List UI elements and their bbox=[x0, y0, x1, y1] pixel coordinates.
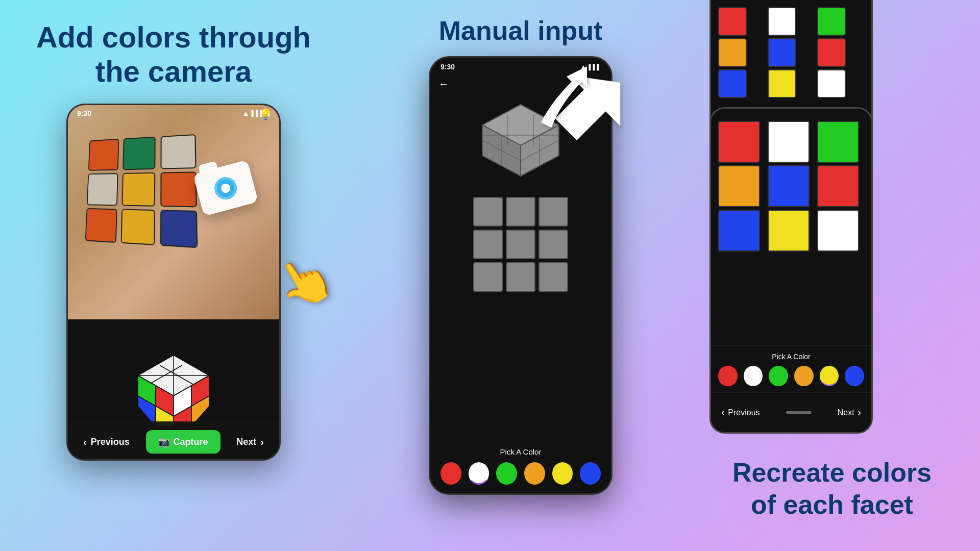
main-cell-3[interactable] bbox=[718, 165, 760, 207]
color-picker-right: Pick A Color bbox=[711, 345, 871, 391]
big-arrow bbox=[521, 51, 633, 143]
main-cell-7[interactable] bbox=[768, 210, 810, 252]
chevron-left-icon-left: ‹ bbox=[83, 436, 87, 448]
face-cell-t6[interactable] bbox=[718, 69, 747, 98]
phone-middle-content bbox=[430, 92, 611, 439]
main-cell-5[interactable] bbox=[817, 165, 859, 207]
next-label-left: Next bbox=[236, 437, 256, 447]
cube-cell-2 bbox=[160, 134, 196, 169]
main-cell-4[interactable] bbox=[768, 165, 810, 207]
prev-label-left: Previous bbox=[91, 437, 130, 447]
color-dot-white-right[interactable] bbox=[744, 366, 763, 386]
phone-bottom-dark: ‹ Previous 📷 Capture Next › bbox=[68, 319, 279, 461]
cube-photo-grid bbox=[85, 134, 200, 248]
face-cell-t5[interactable] bbox=[817, 38, 846, 67]
face-cell-t4[interactable] bbox=[768, 38, 796, 67]
pick-a-color-label-right: Pick A Color bbox=[718, 353, 864, 361]
phone-right-main: Pick A Color ‹ Previous Next › bbox=[709, 107, 873, 434]
back-arrow-left[interactable]: ← bbox=[75, 108, 86, 121]
main-cell-1[interactable] bbox=[768, 121, 810, 163]
color-dot-blue-right[interactable] bbox=[845, 366, 864, 386]
cube-cell-0 bbox=[88, 139, 119, 171]
face-cell[interactable] bbox=[538, 262, 568, 292]
cube-cell-1 bbox=[122, 137, 156, 170]
color-dot-orange-middle[interactable] bbox=[524, 462, 545, 485]
face-cell[interactable] bbox=[473, 197, 503, 227]
color-dot-yellow-right[interactable] bbox=[820, 366, 839, 386]
prev-btn-left[interactable]: ‹ Previous bbox=[73, 431, 140, 453]
pick-a-color-label-middle: Pick A Color bbox=[440, 447, 601, 456]
face-grid-main bbox=[718, 121, 864, 252]
cube-cell-6 bbox=[85, 208, 117, 243]
color-dot-red-right[interactable] bbox=[718, 366, 738, 386]
camera-shape bbox=[193, 160, 258, 217]
color-dot-orange-right[interactable] bbox=[794, 366, 814, 386]
face-cell[interactable] bbox=[473, 262, 503, 292]
capture-label: Capture bbox=[174, 437, 208, 447]
next-btn-right[interactable]: Next › bbox=[838, 406, 861, 419]
main-cell-2[interactable] bbox=[817, 121, 859, 163]
time-middle: 9:30 bbox=[440, 63, 455, 71]
face-cell[interactable] bbox=[538, 197, 568, 227]
color-dot-yellow-middle[interactable] bbox=[552, 462, 573, 485]
left-title: Add colors through the camera bbox=[6, 20, 341, 88]
colored-cube-3d-left bbox=[128, 350, 219, 432]
main-cell-6[interactable] bbox=[718, 210, 760, 252]
color-dot-blue-middle[interactable] bbox=[580, 462, 601, 485]
camera-lens-inner bbox=[220, 183, 231, 194]
face-cell[interactable] bbox=[538, 230, 568, 259]
face-cell-t1[interactable] bbox=[768, 7, 796, 36]
chevron-left-icon-right: ‹ bbox=[721, 406, 725, 419]
bottom-text-line1: Recreate colors bbox=[732, 458, 932, 487]
main-cell-8[interactable] bbox=[817, 210, 859, 252]
face-cell-t2[interactable] bbox=[817, 7, 846, 36]
camera-lens bbox=[212, 174, 239, 202]
cube-cell-5 bbox=[160, 172, 197, 208]
left-title-line1: Add colors through bbox=[36, 20, 311, 54]
cube-cell-4 bbox=[122, 172, 156, 207]
arrow-svg bbox=[521, 51, 633, 143]
home-indicator bbox=[786, 411, 812, 414]
prev-btn-right[interactable]: ‹ Previous bbox=[721, 406, 760, 419]
status-bar-left: 9:30 ▲ ▌▌▌ ▮ bbox=[68, 105, 279, 121]
face-grid-top bbox=[718, 7, 864, 98]
next-btn-left[interactable]: Next › bbox=[226, 431, 274, 453]
face-cell[interactable] bbox=[473, 230, 503, 259]
cube-cell-8 bbox=[160, 210, 198, 248]
prev-label-right: Previous bbox=[728, 408, 760, 417]
top-face-area bbox=[711, 0, 871, 98]
bottom-right-text: Recreate colors of each facet bbox=[704, 457, 960, 520]
cube-face-grid-middle bbox=[473, 197, 568, 292]
face-cell[interactable] bbox=[506, 262, 535, 292]
phone-nav-bar-left: ‹ Previous 📷 Capture Next › bbox=[68, 421, 279, 461]
cube-cell-7 bbox=[121, 209, 155, 245]
cube-cell-3 bbox=[87, 173, 118, 206]
left-title-line2: the camera bbox=[95, 55, 252, 88]
camera-view: 9:30 ▲ ▌▌▌ ▮ ← 💡 bbox=[68, 105, 279, 319]
face-cell-t3[interactable] bbox=[718, 38, 747, 67]
face-cell[interactable] bbox=[506, 197, 535, 227]
cube-photo bbox=[83, 136, 206, 268]
color-dot-green-middle[interactable] bbox=[496, 462, 517, 485]
color-dot-white-middle[interactable] bbox=[469, 462, 489, 485]
camera-overlay bbox=[198, 166, 259, 217]
chevron-right-icon-right: › bbox=[857, 406, 861, 419]
face-cell-t7[interactable] bbox=[768, 69, 796, 98]
camera-icon-btn: 📷 bbox=[158, 436, 169, 447]
bulb-icon-left: 💡 bbox=[259, 108, 272, 120]
capture-btn[interactable]: 📷 Capture bbox=[146, 430, 220, 454]
color-dot-red-middle[interactable] bbox=[440, 462, 461, 485]
middle-title: Manual input bbox=[439, 15, 603, 46]
face-cell[interactable] bbox=[506, 230, 535, 259]
phone-left: 9:30 ▲ ▌▌▌ ▮ ← 💡 bbox=[66, 104, 281, 461]
right-section: Pick A Color ‹ Previous Next › bbox=[694, 0, 980, 551]
color-picker-middle: Pick A Color bbox=[430, 439, 611, 493]
face-cell-t0[interactable] bbox=[718, 7, 747, 36]
main-cell-0[interactable] bbox=[718, 121, 760, 163]
color-dot-green-right[interactable] bbox=[769, 366, 788, 386]
color-dots-row-middle bbox=[440, 462, 601, 485]
next-label-right: Next bbox=[838, 408, 854, 417]
face-cell-t8[interactable] bbox=[817, 69, 846, 98]
chevron-right-icon-left: › bbox=[260, 436, 264, 448]
color-dots-row-right bbox=[718, 366, 864, 386]
